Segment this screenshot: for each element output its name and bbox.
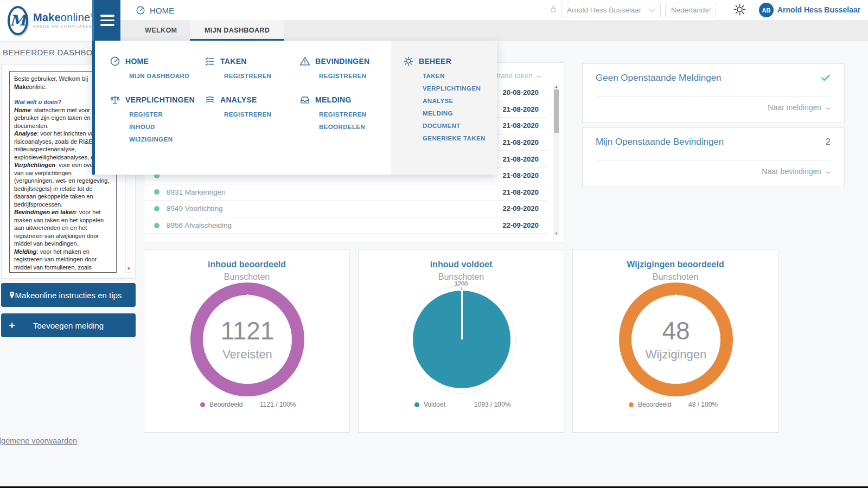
brand-bold: Make bbox=[33, 11, 61, 23]
task-due-date: 20-08-2020 bbox=[503, 88, 539, 97]
warning-icon bbox=[299, 56, 310, 67]
status-dot bbox=[154, 189, 159, 195]
task-row[interactable]: 8931 Markeringen21-08-2020 bbox=[144, 184, 548, 201]
app-root: M Makeonline® HANDS-ON COMPLIANCE HOME A… bbox=[0, 0, 868, 488]
task-row[interactable]: 8956 Afvalscheiding22-09-2020 bbox=[144, 217, 548, 234]
donut-center-value: 1121 bbox=[221, 317, 275, 344]
layers-icon bbox=[205, 94, 215, 105]
language-select[interactable]: Nederlands bbox=[665, 3, 716, 17]
menu-item-beheer[interactable]: BEHEER bbox=[403, 56, 497, 67]
speedometer-icon bbox=[110, 56, 120, 67]
menu-title: VERPLICHTINGEN bbox=[125, 95, 195, 104]
menu-group-bevindingen: BEVINDINGENREGISTREREN bbox=[299, 56, 391, 79]
user-select[interactable]: Arnold Hess Busselaar bbox=[561, 3, 661, 17]
task-label: 8949 Voorlichting bbox=[167, 204, 503, 213]
menu-title: BEVINDINGEN bbox=[315, 57, 370, 66]
tab-welkom[interactable]: WELKOM bbox=[130, 20, 192, 41]
menu-title: TAKEN bbox=[220, 57, 247, 66]
pin-icon bbox=[8, 291, 16, 299]
chart-legend: Voldoet1093 / 100% bbox=[359, 401, 564, 408]
menu-subitem-analyse-registreren[interactable]: REGISTREREN bbox=[224, 111, 298, 118]
menu-item-melding[interactable]: MELDING bbox=[299, 94, 391, 105]
menu-group-melding: MELDINGREGISTRERENBEOORDELEN bbox=[299, 94, 391, 130]
menu-subitem-beheer-taken[interactable]: TAKEN bbox=[423, 73, 497, 79]
task-due-date: 21-08-2020 bbox=[503, 138, 539, 146]
card-title: Geen Openstaande Meldingen bbox=[596, 73, 722, 84]
menu-subitem-taken-registreren[interactable]: REGISTREREN bbox=[224, 73, 298, 79]
chart-title: inhoud beoordeeld bbox=[144, 260, 349, 269]
menu-subitem-home-mijn-dashboard[interactable]: MIJN DASHBOARD bbox=[129, 73, 203, 79]
menu-item-bevindingen[interactable]: BEVINDINGEN bbox=[299, 56, 391, 67]
speedometer-icon bbox=[136, 5, 145, 15]
menu-group-verplichtingen: VERPLICHTINGENREGISTERINHOUDWIJZIGINGEN bbox=[110, 94, 203, 143]
hamburger-menu-button[interactable] bbox=[92, 0, 120, 41]
menu-subitem-beheer-melding[interactable]: MELDING bbox=[423, 110, 497, 117]
menu-column: BEVINDINGENREGISTRERENMELDINGREGISTREREN… bbox=[299, 41, 391, 175]
chart-subtitle: Bunschoten bbox=[144, 272, 349, 282]
legend-series-value: 48 / 100% bbox=[688, 401, 718, 408]
donut-gap bbox=[247, 294, 248, 308]
user-name[interactable]: Arnold Hess Busselaar bbox=[777, 5, 860, 14]
menu-title: BEHEER bbox=[419, 57, 451, 66]
task-label: 8931 Markeringen bbox=[167, 188, 503, 196]
menu-subitem-bevindingen-registreren[interactable]: REGISTREREN bbox=[319, 73, 391, 79]
menu-group-taken: TAKENREGISTREREN bbox=[205, 56, 298, 79]
menu-subitem-melding-beoordelen[interactable]: BEOORDELEN bbox=[319, 124, 391, 130]
scroll-up-icon[interactable]: ▲ bbox=[553, 85, 559, 88]
menu-item-home[interactable]: HOME bbox=[110, 56, 203, 67]
open-findings-count: 2 bbox=[826, 137, 831, 147]
tasks-scrollbar[interactable]: ▲ ▼ bbox=[553, 85, 559, 235]
instructions-tips-button[interactable]: Makeonline instructies en tips bbox=[1, 283, 136, 307]
menu-group-analyse: ANALYSEREGISTREREN bbox=[205, 94, 298, 118]
task-row[interactable]: 8949 Voorlichting22-09-2020 bbox=[144, 201, 548, 217]
terms-link[interactable]: Algemene voorwaarden bbox=[0, 436, 77, 445]
legend-series-name: Voldoet bbox=[424, 401, 474, 408]
naar-bevindingen-link[interactable]: Naar bevindingen → bbox=[762, 167, 831, 176]
task-due-date: 22-09-2020 bbox=[503, 204, 539, 213]
donut-chart: 48Wijzigingen bbox=[619, 282, 733, 396]
lock-icon bbox=[549, 5, 558, 14]
scroll-down-icon[interactable]: ▼ bbox=[126, 266, 132, 271]
menu-column: TAKENREGISTRERENANALYSEREGISTREREN bbox=[205, 41, 298, 175]
add-melding-button[interactable]: + Toevoegen melding bbox=[1, 313, 136, 337]
task-due-date: 21-08-2020 bbox=[503, 105, 539, 113]
chart-title: Wijzigingen beoordeeld bbox=[573, 260, 778, 269]
menu-subitem-verplichtingen-inhoud[interactable]: INHOUD bbox=[129, 124, 203, 130]
menu-item-analyse[interactable]: ANALYSE bbox=[205, 94, 298, 105]
logo-tagline: HANDS-ON COMPLIANCE bbox=[33, 25, 94, 29]
menu-subitem-verplichtingen-register[interactable]: REGISTER bbox=[129, 111, 203, 118]
menu-subitem-beheer-analyse[interactable]: ANALYSE bbox=[423, 98, 497, 104]
user-avatar[interactable]: AB bbox=[759, 3, 774, 17]
user-select-value: Arnold Hess Busselaar bbox=[567, 6, 641, 14]
task-due-date: 21-08-2020 bbox=[503, 188, 539, 196]
gear-icon bbox=[403, 56, 414, 67]
naar-meldingen-link[interactable]: Naar meldingen → bbox=[768, 103, 831, 112]
task-due-date: 22-09-2020 bbox=[503, 221, 539, 229]
legend-dot bbox=[629, 402, 634, 407]
settings-gear-icon[interactable] bbox=[733, 3, 746, 16]
pie-start-line bbox=[461, 291, 463, 339]
menu-subitem-beheer-document[interactable]: DOCUMENT bbox=[423, 123, 497, 129]
chevron-down-icon bbox=[649, 5, 656, 12]
button-label: Toevoegen melding bbox=[33, 321, 104, 330]
breadcrumb-label: HOME bbox=[150, 6, 174, 15]
menu-subitem-beheer-verplichtingen[interactable]: VERPLICHTINGEN bbox=[423, 85, 497, 92]
menu-item-verplichtingen[interactable]: VERPLICHTINGEN bbox=[110, 94, 203, 105]
breadcrumb-home[interactable]: HOME bbox=[136, 4, 174, 16]
language-select-value: Nederlands bbox=[671, 6, 709, 14]
menu-item-taken[interactable]: TAKEN bbox=[205, 56, 298, 67]
tab-mijn-dashboard[interactable]: MIJN DASHBOARD bbox=[190, 20, 284, 41]
menu-title: ANALYSE bbox=[220, 95, 257, 104]
menu-subitem-beheer-generieke-taken[interactable]: GENERIEKE TAKEN bbox=[423, 135, 497, 142]
inbox-icon bbox=[299, 94, 310, 105]
arrow-right-icon: → bbox=[824, 103, 831, 112]
divider bbox=[596, 160, 831, 161]
link-label: Naar meldingen bbox=[768, 103, 821, 112]
menu-subitem-verplichtingen-wijzigingen[interactable]: WIJZIGINGEN bbox=[129, 136, 203, 143]
chart-subtitle: Bunschoten bbox=[573, 272, 778, 282]
scroll-down-icon[interactable]: ▼ bbox=[553, 232, 559, 235]
chart-title: inhoud voldoet bbox=[359, 260, 564, 269]
bevindingen-summary-card: Mijn Openstaande Bevindingen 2 Naar bevi… bbox=[582, 127, 845, 187]
menu-subitem-melding-registreren[interactable]: REGISTREREN bbox=[319, 111, 391, 118]
scrollbar-thumb[interactable] bbox=[554, 89, 559, 133]
